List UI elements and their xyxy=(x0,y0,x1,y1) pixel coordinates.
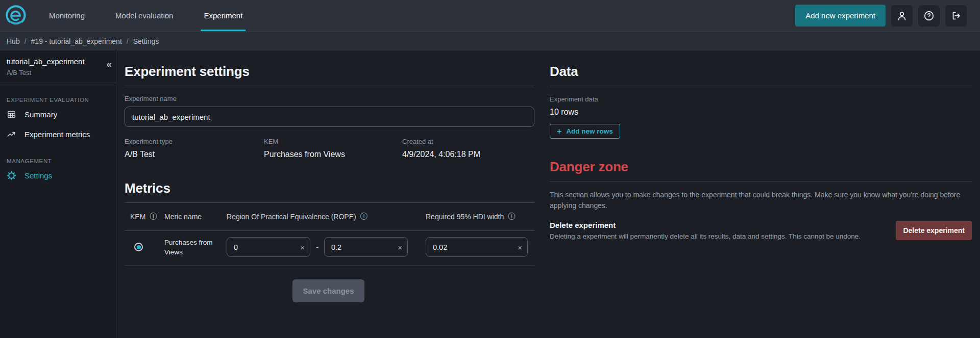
column-kem: KEM xyxy=(130,213,145,221)
trend-up-icon xyxy=(7,129,16,139)
experiment-settings-panel: Experiment settings Experiment name Expe… xyxy=(125,50,534,338)
logout-button[interactable] xyxy=(945,5,967,27)
experiment-data-label: Experiment data xyxy=(550,95,972,103)
breadcrumb: Hub / #19 - tutorial_ab_experiment / Set… xyxy=(0,32,980,50)
kem-label: KEM xyxy=(264,138,402,145)
sidebar-item-experiment-metrics[interactable]: Experiment metrics xyxy=(0,124,116,144)
clear-icon[interactable]: × xyxy=(300,243,305,251)
collapse-sidebar-button[interactable]: « xyxy=(106,59,111,76)
delete-experiment-button[interactable]: Delete experiment xyxy=(896,221,972,240)
info-icon[interactable]: ⓘ xyxy=(508,212,515,221)
help-icon xyxy=(923,10,935,21)
created-at-value: 4/9/2024, 4:06:18 PM xyxy=(402,150,534,159)
top-nav: Monitoring Model evaluation Experiment A… xyxy=(0,0,980,32)
add-new-rows-label: Add new rows xyxy=(566,127,613,135)
created-at-label: Created at xyxy=(402,138,534,145)
sidebar-item-settings[interactable]: Settings xyxy=(0,166,116,186)
add-new-rows-button[interactable]: + Add new rows xyxy=(550,124,620,139)
kem-value: Purchases from Views xyxy=(264,150,402,159)
tab-monitoring[interactable]: Monitoring xyxy=(46,0,88,31)
sidebar-item-summary[interactable]: Summary xyxy=(0,105,116,124)
plus-icon: + xyxy=(557,127,561,136)
experiment-title: tutorial_ab_experiment xyxy=(7,57,85,66)
metric-row: Purchases from Views × - × xyxy=(125,231,534,266)
delete-experiment-row: Delete experiment Deleting a experiment … xyxy=(550,221,972,240)
breadcrumb-experiment[interactable]: #19 - tutorial_ab_experiment xyxy=(31,37,122,45)
sidebar-header: tutorial_ab_experiment A/B Test « xyxy=(0,50,116,83)
topnav-actions: Add new experiment xyxy=(795,0,980,31)
save-changes-button[interactable]: Save changes xyxy=(292,279,364,302)
breadcrumb-separator: / xyxy=(127,37,129,45)
main-nav: Monitoring Model evaluation Experiment xyxy=(46,0,246,31)
experiment-name-label: Experiment name xyxy=(125,95,534,102)
add-new-experiment-button[interactable]: Add new experiment xyxy=(795,5,886,27)
kem-radio-dot xyxy=(137,245,141,249)
column-hdi-width: Required 95% HDI width xyxy=(426,213,504,221)
data-heading: Data xyxy=(550,64,972,86)
logout-icon xyxy=(950,10,962,21)
rows-count: 10 rows xyxy=(550,108,972,117)
breadcrumb-separator: / xyxy=(24,37,27,45)
user-icon xyxy=(896,10,908,21)
app-logo[interactable] xyxy=(4,0,28,31)
logo-icon xyxy=(4,4,28,28)
rope-range-separator: - xyxy=(316,243,318,251)
help-button[interactable] xyxy=(918,5,940,27)
experiment-name-input[interactable] xyxy=(125,107,534,127)
delete-experiment-title: Delete experiment xyxy=(550,221,861,229)
experiment-type-value: A/B Test xyxy=(125,150,264,159)
rope-max-input[interactable] xyxy=(324,237,408,257)
breadcrumb-hub[interactable]: Hub xyxy=(7,37,20,45)
info-icon[interactable]: ⓘ xyxy=(150,212,157,221)
delete-experiment-description: Deleting a experiment will permanently d… xyxy=(550,232,861,240)
experiment-settings-heading: Experiment settings xyxy=(125,64,534,86)
danger-zone-description: This section allows you to make changes … xyxy=(550,190,972,211)
experiment-type-subtitle: A/B Test xyxy=(7,69,85,76)
user-button[interactable] xyxy=(891,5,913,27)
metrics-table-header: KEM ⓘ Meric name Region Of Practical Equ… xyxy=(125,203,534,231)
hdi-width-input[interactable] xyxy=(426,237,528,257)
clear-icon[interactable]: × xyxy=(398,243,402,251)
experiment-type-label: Experiment type xyxy=(125,138,264,145)
metrics-heading: Metrics xyxy=(125,180,534,203)
sidebar-section-management: MANAGEMENT xyxy=(7,158,116,164)
kem-radio[interactable] xyxy=(134,243,143,251)
tab-experiment[interactable]: Experiment xyxy=(201,0,246,31)
sidebar-item-label: Experiment metrics xyxy=(24,130,90,139)
sidebar: tutorial_ab_experiment A/B Test « EXPERI… xyxy=(0,50,116,338)
clear-icon[interactable]: × xyxy=(518,243,522,251)
tab-model-evaluation[interactable]: Model evaluation xyxy=(112,0,176,31)
breadcrumb-settings[interactable]: Settings xyxy=(133,37,159,45)
sidebar-item-label: Settings xyxy=(24,171,52,180)
data-panel: Data Experiment data 10 rows + Add new r… xyxy=(550,50,972,338)
column-metric-name: Meric name xyxy=(164,213,202,221)
column-rope: Region Of Practical Equivalence (ROPE) xyxy=(227,213,356,221)
rope-min-input[interactable] xyxy=(227,237,310,257)
table-icon xyxy=(7,110,16,119)
info-icon[interactable]: ⓘ xyxy=(360,212,368,221)
danger-zone-heading: Danger zone xyxy=(550,159,972,181)
gear-icon xyxy=(7,171,16,180)
sidebar-item-label: Summary xyxy=(24,110,57,119)
sidebar-section-evaluation: EXPERIMENT EVALUATION xyxy=(7,97,116,103)
metric-name-cell: Purchases from Views xyxy=(164,238,227,257)
